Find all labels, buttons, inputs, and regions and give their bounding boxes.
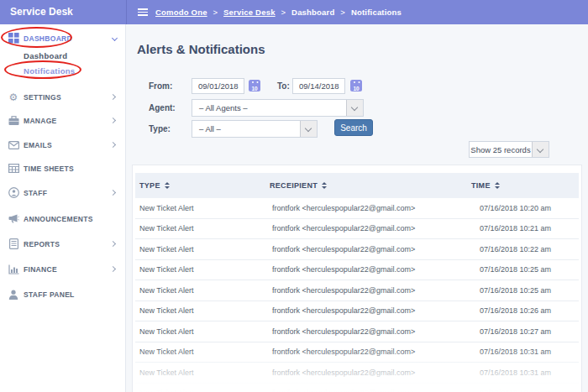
table-cell: 07/16/2018 10:31 am (470, 363, 579, 383)
table-cell: New Ticket Alert (135, 280, 270, 301)
table-cell: New Ticket Alert (135, 384, 270, 392)
sidebar-item-announcements[interactable]: ANNOUNCEMENTS (0, 211, 125, 227)
sort-icon (322, 182, 327, 189)
breadcrumb-comodo-one[interactable]: Comodo One (155, 8, 207, 17)
table-cell: New Ticket Alert (135, 219, 270, 239)
breadcrumb: Comodo One > Service Desk > Dashboard > … (126, 0, 588, 24)
sidebar-item-finance[interactable]: FINANCE (0, 261, 125, 277)
table-cell: 07/16/2018 10:26 am (470, 301, 579, 321)
main-content: Alerts & Notifications From: 10 To: 10 A… (126, 24, 588, 392)
select-chevron-icon (532, 142, 549, 157)
table-row: New Ticket Alertfrontfork <herculespopul… (135, 363, 579, 384)
breadcrumb-separator: > (340, 8, 345, 17)
chevron-right-icon (110, 241, 116, 247)
person-circle-icon (8, 187, 19, 198)
table-cell: frontfork <herculespopular22@gmail.com> (270, 321, 470, 342)
table-cell: 07/16/2018 10:21 am (470, 219, 579, 239)
sidebar: DASHBOARD Dashboard Notifications ⚙ SETT… (0, 24, 126, 392)
calendar-rings (354, 81, 355, 83)
sidebar-item-staff-panel[interactable]: STAFF PANEL (0, 286, 125, 302)
dashboard-grid-icon (8, 33, 19, 44)
table-cell: frontfork <herculespopular22@gmail.com> (270, 363, 470, 383)
type-select[interactable]: – All – (192, 120, 318, 138)
table-cell: New Ticket Alert (135, 239, 270, 259)
chevron-right-icon (110, 118, 116, 123)
sort-icon (165, 182, 170, 189)
table-icon (8, 164, 19, 173)
bar-chart-icon (8, 264, 19, 274)
table-cell: New Ticket Alert (135, 363, 270, 383)
table-cell: New Ticket Alert (135, 321, 270, 342)
report-icon (8, 238, 19, 249)
gear-icon: ⚙ (8, 91, 19, 103)
table-row: New Ticket Alertfrontfork <herculespopul… (135, 321, 579, 342)
breadcrumb-separator: > (213, 8, 218, 17)
table-cell: frontfork <herculespopular22@gmail.com> (270, 342, 470, 363)
table-row: New Ticket Alertfrontfork <herculespopul… (135, 239, 579, 260)
sidebar-item-settings[interactable]: ⚙ SETTINGS (0, 89, 125, 105)
table-cell: 07/16/2018 10:27 am (470, 321, 579, 342)
calendar-icon[interactable]: 10 (249, 80, 260, 91)
sidebar-item-staff[interactable]: STAFF (0, 185, 125, 201)
table-cell: New Ticket Alert (135, 198, 270, 218)
hamburger-menu-icon[interactable] (138, 8, 148, 16)
sidebar-item-dashboard-sub[interactable]: Dashboard (0, 48, 125, 64)
person-icon (8, 290, 19, 300)
from-label: From: (149, 81, 172, 91)
sidebar-item-time-sheets[interactable]: TIME SHEETS (0, 160, 125, 176)
breadcrumb-trail: Comodo One > Service Desk > Dashboard > … (155, 8, 402, 17)
table-header: TYPE RECEIPIENT TIME (135, 173, 579, 198)
briefcase-icon (8, 116, 19, 126)
calendar-rings (252, 81, 254, 83)
sidebar-item-manage[interactable]: MANAGE (0, 112, 125, 128)
top-bar: Service Desk Comodo One > Service Desk >… (0, 0, 588, 24)
table-row: New Ticket Alertfrontfork <herculespopul… (135, 219, 579, 240)
sidebar-item-emails[interactable]: EMAILS (0, 137, 125, 153)
table-row: New Ticket Alertfrontfork <herculespopul… (135, 384, 579, 392)
table-row: New Ticket Alertfrontfork <herculespopul… (135, 280, 579, 301)
chevron-right-icon (110, 94, 116, 100)
to-label: To: (277, 81, 290, 91)
select-chevron-icon (346, 100, 363, 116)
chevron-right-icon (110, 142, 116, 148)
select-chevron-icon (300, 121, 317, 137)
app-title: Service Desk (0, 0, 126, 24)
column-header-type[interactable]: TYPE (135, 173, 270, 198)
agent-label: Agent: (149, 103, 176, 112)
table-row: New Ticket Alertfrontfork <herculespopul… (135, 301, 579, 322)
chevron-down-icon (112, 35, 118, 41)
table-cell: 07/16/2018 10:25 am (470, 260, 579, 280)
breadcrumb-dashboard: Dashboard (291, 8, 334, 17)
sidebar-item-reports[interactable]: REPORTS (0, 236, 125, 252)
table-cell: New Ticket Alert (135, 260, 270, 280)
notifications-table: TYPE RECEIPIENT TIME New Ticket Alertfro… (132, 165, 582, 392)
sidebar-item-notifications[interactable]: Notifications (0, 63, 125, 79)
table-cell: 07/16/2018 10:22 am (470, 239, 579, 259)
chevron-right-icon (110, 266, 116, 272)
table-cell: 07/16/2018 10:33 am (470, 384, 579, 392)
breadcrumb-service-desk[interactable]: Service Desk (223, 8, 276, 17)
table-cell: frontfork <herculespopular22@gmail.com> (270, 301, 470, 321)
column-header-receipient[interactable]: RECEIPIENT (270, 173, 470, 198)
envelope-icon (8, 141, 19, 149)
search-button[interactable]: Search (334, 119, 373, 136)
agent-select[interactable]: – All Agents – (192, 99, 364, 117)
sort-icon (495, 182, 500, 189)
table-cell: 07/16/2018 10:20 am (470, 198, 579, 218)
calendar-icon[interactable]: 10 (350, 80, 362, 91)
table-cell: frontfork <herculespopular22@gmail.com> (270, 219, 470, 239)
table-row: New Ticket Alertfrontfork <herculespopul… (135, 198, 579, 219)
chevron-right-icon (110, 190, 116, 196)
column-header-time[interactable]: TIME (470, 173, 579, 198)
table-cell: 07/16/2018 10:31 am (470, 342, 579, 363)
breadcrumb-separator: > (281, 8, 286, 17)
sidebar-item-dashboard[interactable]: DASHBOARD (0, 30, 125, 46)
table-cell: frontfork <herculespopular22@gmail.com> (270, 198, 470, 218)
page-title: Alerts & Notifications (137, 42, 265, 56)
show-records-select[interactable]: Show 25 records (469, 141, 549, 158)
to-date-input[interactable] (292, 78, 345, 94)
table-cell: New Ticket Alert (135, 301, 270, 321)
megaphone-icon (8, 214, 19, 223)
table-cell: New Ticket Alert (135, 342, 270, 363)
from-date-input[interactable] (192, 78, 244, 94)
